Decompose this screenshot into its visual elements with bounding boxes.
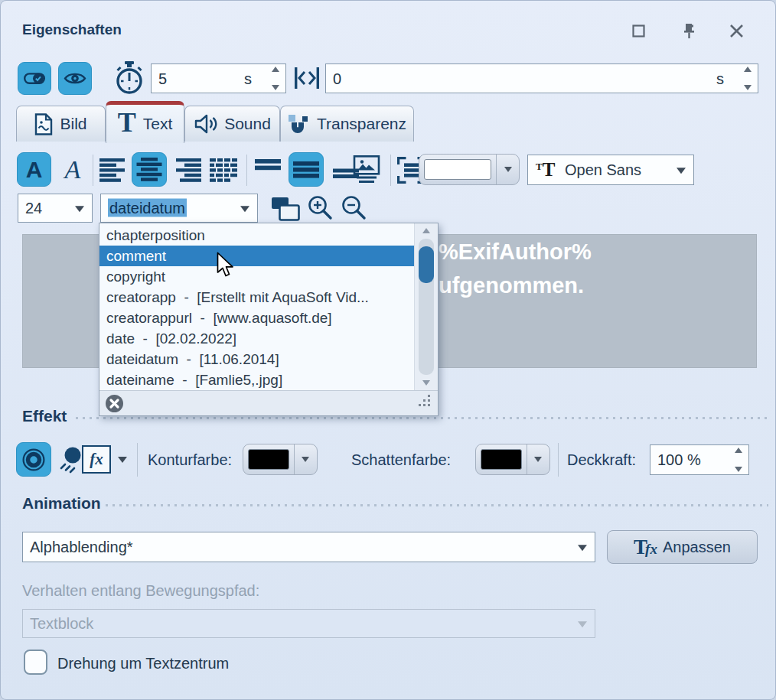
shadow-color-label: Schattenfarbe: xyxy=(351,451,451,469)
pin-button[interactable] xyxy=(679,21,699,41)
anpassen-button[interactable]: Tfx Anpassen xyxy=(607,530,758,564)
list-item[interactable]: creatorappurl - [www.aquasoft.de] xyxy=(99,308,414,328)
duration-spin-buttons[interactable] xyxy=(269,67,282,90)
text-t-icon: T xyxy=(118,106,136,138)
bold-button[interactable]: A xyxy=(17,152,51,187)
list-item[interactable]: dateidatum - [11.06.2014] xyxy=(99,349,414,370)
animation-section-label: Animation xyxy=(22,494,101,513)
font-size-value: 24 xyxy=(25,200,42,217)
maximize-icon xyxy=(632,24,645,37)
opacity-spinner[interactable]: 100 % xyxy=(650,444,749,475)
list-item[interactable]: date - [02.02.2022] xyxy=(99,328,414,349)
shadow-color-arrow[interactable] xyxy=(527,444,549,474)
font-color-dropdown-arrow[interactable] xyxy=(496,155,519,184)
rotation-checkbox[interactable] xyxy=(24,650,47,675)
list-item[interactable]: dateiname - [Famlie5,.jpg] xyxy=(99,370,414,390)
variable-combobox-arrow[interactable] xyxy=(240,206,249,212)
font-family-arrow[interactable] xyxy=(677,168,686,174)
fx-icon: fx xyxy=(90,450,103,469)
outline-effect-button[interactable] xyxy=(16,442,51,477)
tab-bild[interactable]: Bild xyxy=(16,106,106,142)
duration-stopwatch xyxy=(114,60,145,96)
opacity-value[interactable]: 100 % xyxy=(657,451,701,469)
offset-unit: s xyxy=(716,70,724,87)
outline-color-picker[interactable] xyxy=(243,444,318,475)
animation-select[interactable]: Alphablending* xyxy=(22,532,595,562)
variable-dropdown-panel: chapterposition comment copyright creato… xyxy=(99,223,439,416)
maximize-button[interactable] xyxy=(628,21,648,41)
outline-color-arrow[interactable] xyxy=(294,444,316,474)
shadow-color-picker[interactable] xyxy=(475,444,550,475)
tab-transparenz[interactable]: Transparenz xyxy=(280,106,414,142)
resize-grip[interactable] xyxy=(418,394,432,412)
align-left-icon xyxy=(99,158,126,182)
motion-path-label: Verhalten entlang Bewegungspfad: xyxy=(22,582,259,600)
animation-select-arrow[interactable] xyxy=(578,545,587,551)
effect-section-divider xyxy=(76,417,768,419)
tab-bild-label: Bild xyxy=(60,115,86,133)
align-left-button[interactable] xyxy=(98,156,127,184)
font-color-picker[interactable] xyxy=(419,154,520,185)
list-item[interactable]: chapterposition xyxy=(99,225,414,246)
align-right-icon xyxy=(175,158,201,182)
outline-ring-icon xyxy=(21,448,46,472)
variable-value[interactable]: dateidatum xyxy=(108,200,187,217)
font-size-select[interactable]: 24 xyxy=(18,194,93,223)
bold-icon: A xyxy=(26,157,43,183)
fx-dropdown-arrow[interactable] xyxy=(114,452,131,467)
zoom-in-button[interactable] xyxy=(305,194,334,223)
tab-text-label: Text xyxy=(143,115,173,133)
grip-dots-icon xyxy=(418,394,432,409)
animation-value: Alphablending* xyxy=(30,539,133,556)
close-icon xyxy=(729,24,744,38)
offset-spin-buttons[interactable] xyxy=(742,67,754,90)
effect-section-label: Effekt xyxy=(22,407,67,425)
list-item-selected[interactable]: comment xyxy=(99,246,414,266)
valign-top-button[interactable] xyxy=(253,156,282,184)
eye-icon xyxy=(64,70,86,86)
scrollbar-thumb[interactable] xyxy=(419,246,434,283)
align-center-icon xyxy=(136,158,162,181)
opacity-spin-buttons[interactable] xyxy=(732,448,745,472)
panel-title: Eigenschaften xyxy=(22,21,122,38)
visibility-button[interactable] xyxy=(58,62,92,95)
zoom-out-button[interactable] xyxy=(339,194,368,223)
width-icon xyxy=(294,65,320,91)
enabled-toggle-button[interactable] xyxy=(18,62,51,95)
fx-effects-button[interactable]: fx xyxy=(82,445,111,474)
font-family-value: Open Sans xyxy=(565,161,641,179)
scroll-down-arrow[interactable] xyxy=(422,380,430,386)
eigenschaften-panel: Eigenschaften xyxy=(0,0,776,700)
dropdown-scrollbar[interactable] xyxy=(414,223,438,390)
anpassen-label: Anpassen xyxy=(663,539,731,556)
list-item[interactable]: copyright xyxy=(99,266,414,287)
align-center-button[interactable] xyxy=(132,152,167,187)
variable-combobox[interactable]: dateidatum xyxy=(100,194,258,223)
duration-value[interactable]: 5 xyxy=(158,70,167,87)
tab-text[interactable]: T Text xyxy=(106,101,184,143)
image-with-text-button[interactable] xyxy=(350,153,383,185)
scroll-up-arrow[interactable] xyxy=(422,228,430,233)
variable-dropdown-list[interactable]: chapterposition comment copyright creato… xyxy=(99,223,414,390)
valign-middle-button[interactable] xyxy=(289,152,324,187)
duration-spinner[interactable]: 5 s xyxy=(151,63,286,93)
italic-button[interactable]: A xyxy=(57,154,88,186)
dropdown-close-button[interactable] xyxy=(105,394,124,416)
offset-value[interactable]: 0 xyxy=(333,70,341,87)
image-document-icon xyxy=(34,113,53,135)
justify-button[interactable] xyxy=(208,156,239,184)
list-item[interactable]: creatorapp - [Erstellt mit AquaSoft Vid.… xyxy=(99,287,414,308)
font-size-arrow[interactable] xyxy=(75,206,84,212)
justify-icon xyxy=(210,158,237,182)
rotation-checkbox-label[interactable]: Drehung um Textzentrum xyxy=(57,655,229,672)
font-family-select[interactable]: TT Open Sans xyxy=(527,155,694,185)
italic-icon: A xyxy=(65,155,81,184)
offset-spinner[interactable]: 0 s xyxy=(325,63,758,93)
zoom-out-icon xyxy=(341,195,367,221)
align-right-button[interactable] xyxy=(174,156,203,184)
shadow-color-swatch xyxy=(481,449,522,470)
stack-order-button[interactable] xyxy=(269,195,302,223)
close-button[interactable] xyxy=(726,21,746,41)
tab-sound-label: Sound xyxy=(224,115,271,133)
tab-sound[interactable]: Sound xyxy=(184,106,280,142)
